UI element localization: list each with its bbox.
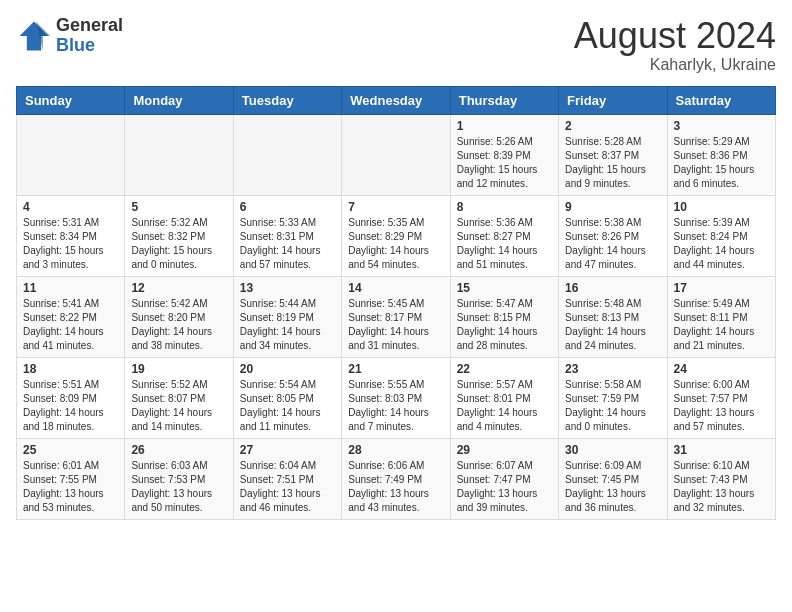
calendar-cell: 5Sunrise: 5:32 AM Sunset: 8:32 PM Daylig… [125, 195, 233, 276]
calendar-cell [17, 114, 125, 195]
calendar-cell: 9Sunrise: 5:38 AM Sunset: 8:26 PM Daylig… [559, 195, 667, 276]
day-info: Sunrise: 5:58 AM Sunset: 7:59 PM Dayligh… [565, 378, 660, 434]
day-info: Sunrise: 5:54 AM Sunset: 8:05 PM Dayligh… [240, 378, 335, 434]
calendar-cell: 27Sunrise: 6:04 AM Sunset: 7:51 PM Dayli… [233, 438, 341, 519]
day-number: 30 [565, 443, 660, 457]
day-info: Sunrise: 5:44 AM Sunset: 8:19 PM Dayligh… [240, 297, 335, 353]
calendar-cell: 10Sunrise: 5:39 AM Sunset: 8:24 PM Dayli… [667, 195, 775, 276]
day-info: Sunrise: 5:36 AM Sunset: 8:27 PM Dayligh… [457, 216, 552, 272]
calendar-cell: 14Sunrise: 5:45 AM Sunset: 8:17 PM Dayli… [342, 276, 450, 357]
day-number: 17 [674, 281, 769, 295]
calendar-header: SundayMondayTuesdayWednesdayThursdayFrid… [17, 86, 776, 114]
location-subtitle: Kaharlyk, Ukraine [574, 56, 776, 74]
day-info: Sunrise: 5:49 AM Sunset: 8:11 PM Dayligh… [674, 297, 769, 353]
month-year-title: August 2024 [574, 16, 776, 56]
day-number: 8 [457, 200, 552, 214]
day-info: Sunrise: 5:48 AM Sunset: 8:13 PM Dayligh… [565, 297, 660, 353]
day-info: Sunrise: 5:31 AM Sunset: 8:34 PM Dayligh… [23, 216, 118, 272]
day-info: Sunrise: 5:26 AM Sunset: 8:39 PM Dayligh… [457, 135, 552, 191]
day-info: Sunrise: 5:29 AM Sunset: 8:36 PM Dayligh… [674, 135, 769, 191]
calendar-cell: 1Sunrise: 5:26 AM Sunset: 8:39 PM Daylig… [450, 114, 558, 195]
day-number: 13 [240, 281, 335, 295]
day-number: 21 [348, 362, 443, 376]
day-info: Sunrise: 5:42 AM Sunset: 8:20 PM Dayligh… [131, 297, 226, 353]
day-number: 22 [457, 362, 552, 376]
day-info: Sunrise: 5:51 AM Sunset: 8:09 PM Dayligh… [23, 378, 118, 434]
day-of-week-header: Friday [559, 86, 667, 114]
day-info: Sunrise: 5:55 AM Sunset: 8:03 PM Dayligh… [348, 378, 443, 434]
day-info: Sunrise: 6:03 AM Sunset: 7:53 PM Dayligh… [131, 459, 226, 515]
day-of-week-header: Wednesday [342, 86, 450, 114]
day-of-week-header: Monday [125, 86, 233, 114]
calendar-week-row: 1Sunrise: 5:26 AM Sunset: 8:39 PM Daylig… [17, 114, 776, 195]
day-number: 4 [23, 200, 118, 214]
calendar-cell: 12Sunrise: 5:42 AM Sunset: 8:20 PM Dayli… [125, 276, 233, 357]
day-number: 20 [240, 362, 335, 376]
calendar-table: SundayMondayTuesdayWednesdayThursdayFrid… [16, 86, 776, 520]
day-number: 2 [565, 119, 660, 133]
logo-blue-label: Blue [56, 36, 123, 56]
day-number: 26 [131, 443, 226, 457]
title-section: August 2024 Kaharlyk, Ukraine [574, 16, 776, 74]
day-info: Sunrise: 6:00 AM Sunset: 7:57 PM Dayligh… [674, 378, 769, 434]
calendar-cell: 26Sunrise: 6:03 AM Sunset: 7:53 PM Dayli… [125, 438, 233, 519]
day-number: 12 [131, 281, 226, 295]
calendar-cell: 20Sunrise: 5:54 AM Sunset: 8:05 PM Dayli… [233, 357, 341, 438]
calendar-cell: 19Sunrise: 5:52 AM Sunset: 8:07 PM Dayli… [125, 357, 233, 438]
calendar-week-row: 11Sunrise: 5:41 AM Sunset: 8:22 PM Dayli… [17, 276, 776, 357]
day-info: Sunrise: 5:45 AM Sunset: 8:17 PM Dayligh… [348, 297, 443, 353]
calendar-week-row: 18Sunrise: 5:51 AM Sunset: 8:09 PM Dayli… [17, 357, 776, 438]
day-number: 15 [457, 281, 552, 295]
day-of-week-header: Tuesday [233, 86, 341, 114]
day-info: Sunrise: 6:10 AM Sunset: 7:43 PM Dayligh… [674, 459, 769, 515]
calendar-cell: 28Sunrise: 6:06 AM Sunset: 7:49 PM Dayli… [342, 438, 450, 519]
page-header: General Blue August 2024 Kaharlyk, Ukrai… [16, 16, 776, 74]
day-info: Sunrise: 5:39 AM Sunset: 8:24 PM Dayligh… [674, 216, 769, 272]
calendar-cell: 4Sunrise: 5:31 AM Sunset: 8:34 PM Daylig… [17, 195, 125, 276]
day-number: 29 [457, 443, 552, 457]
calendar-cell [125, 114, 233, 195]
day-info: Sunrise: 6:09 AM Sunset: 7:45 PM Dayligh… [565, 459, 660, 515]
day-number: 10 [674, 200, 769, 214]
calendar-cell: 16Sunrise: 5:48 AM Sunset: 8:13 PM Dayli… [559, 276, 667, 357]
day-number: 23 [565, 362, 660, 376]
calendar-cell: 17Sunrise: 5:49 AM Sunset: 8:11 PM Dayli… [667, 276, 775, 357]
logo: General Blue [16, 16, 123, 56]
day-number: 5 [131, 200, 226, 214]
day-number: 18 [23, 362, 118, 376]
day-info: Sunrise: 5:47 AM Sunset: 8:15 PM Dayligh… [457, 297, 552, 353]
day-number: 19 [131, 362, 226, 376]
day-info: Sunrise: 6:01 AM Sunset: 7:55 PM Dayligh… [23, 459, 118, 515]
calendar-cell: 29Sunrise: 6:07 AM Sunset: 7:47 PM Dayli… [450, 438, 558, 519]
calendar-cell: 31Sunrise: 6:10 AM Sunset: 7:43 PM Dayli… [667, 438, 775, 519]
calendar-cell: 15Sunrise: 5:47 AM Sunset: 8:15 PM Dayli… [450, 276, 558, 357]
day-info: Sunrise: 6:07 AM Sunset: 7:47 PM Dayligh… [457, 459, 552, 515]
day-info: Sunrise: 5:41 AM Sunset: 8:22 PM Dayligh… [23, 297, 118, 353]
day-number: 25 [23, 443, 118, 457]
day-number: 7 [348, 200, 443, 214]
day-info: Sunrise: 5:35 AM Sunset: 8:29 PM Dayligh… [348, 216, 443, 272]
calendar-week-row: 4Sunrise: 5:31 AM Sunset: 8:34 PM Daylig… [17, 195, 776, 276]
calendar-cell: 8Sunrise: 5:36 AM Sunset: 8:27 PM Daylig… [450, 195, 558, 276]
calendar-cell: 24Sunrise: 6:00 AM Sunset: 7:57 PM Dayli… [667, 357, 775, 438]
day-number: 1 [457, 119, 552, 133]
day-info: Sunrise: 5:33 AM Sunset: 8:31 PM Dayligh… [240, 216, 335, 272]
calendar-cell [233, 114, 341, 195]
calendar-cell: 13Sunrise: 5:44 AM Sunset: 8:19 PM Dayli… [233, 276, 341, 357]
calendar-cell: 21Sunrise: 5:55 AM Sunset: 8:03 PM Dayli… [342, 357, 450, 438]
day-number: 6 [240, 200, 335, 214]
day-info: Sunrise: 6:06 AM Sunset: 7:49 PM Dayligh… [348, 459, 443, 515]
logo-text: General Blue [56, 16, 123, 56]
calendar-cell: 7Sunrise: 5:35 AM Sunset: 8:29 PM Daylig… [342, 195, 450, 276]
day-of-week-header: Saturday [667, 86, 775, 114]
calendar-cell: 2Sunrise: 5:28 AM Sunset: 8:37 PM Daylig… [559, 114, 667, 195]
calendar-cell [342, 114, 450, 195]
calendar-cell: 18Sunrise: 5:51 AM Sunset: 8:09 PM Dayli… [17, 357, 125, 438]
day-number: 28 [348, 443, 443, 457]
calendar-cell: 23Sunrise: 5:58 AM Sunset: 7:59 PM Dayli… [559, 357, 667, 438]
calendar-week-row: 25Sunrise: 6:01 AM Sunset: 7:55 PM Dayli… [17, 438, 776, 519]
day-info: Sunrise: 5:52 AM Sunset: 8:07 PM Dayligh… [131, 378, 226, 434]
day-info: Sunrise: 6:04 AM Sunset: 7:51 PM Dayligh… [240, 459, 335, 515]
day-info: Sunrise: 5:28 AM Sunset: 8:37 PM Dayligh… [565, 135, 660, 191]
calendar-cell: 11Sunrise: 5:41 AM Sunset: 8:22 PM Dayli… [17, 276, 125, 357]
